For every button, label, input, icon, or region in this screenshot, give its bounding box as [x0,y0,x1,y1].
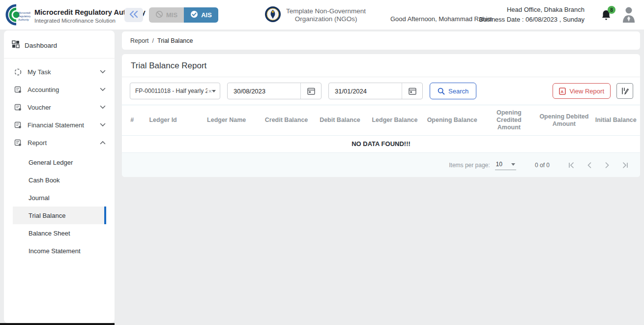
greeting-text: Good Afternoon, Mohammad Rahim [390,15,493,23]
column-header-debit-balance: Debit Balance [313,105,367,136]
first-page-button[interactable] [566,160,577,171]
pager-controls [566,160,630,171]
organization-name-line1: Template Non-Government [286,7,366,15]
to-date-value[interactable]: 31/01/2024 [329,83,402,99]
organization-name: Template Non-Government Organization (NG… [286,7,366,23]
chevron-right-icon [604,162,610,169]
sidebar-item-report[interactable]: Report [4,134,115,151]
caret-down-icon [212,90,216,92]
bell-icon [601,14,612,23]
column-header-credit-balance: Credit Balance [260,105,313,136]
sidebar-item-label: Accounting [28,86,59,93]
last-page-button[interactable] [619,160,630,171]
caret-down-icon [511,163,515,166]
breadcrumb-separator: / [152,37,154,44]
sidebar-item-general-ledger[interactable]: General Ledger [13,153,106,171]
business-date: Business Date : 06/08/2023 , Sunday [479,16,585,23]
sidebar-item-financial-statement[interactable]: Financial Statement [4,116,115,134]
search-button-label: Search [448,88,468,95]
user-avatar[interactable] [622,6,635,23]
dashed-circle-icon [14,68,22,76]
page-title: Trial Balance Report [131,61,631,71]
sidebar-item-trial-balance[interactable]: Trial Balance [13,207,106,224]
breadcrumb-parent[interactable]: Report [130,37,149,44]
from-date-field[interactable]: 30/08/2023 [227,83,322,99]
to-date-picker-button[interactable] [402,83,422,99]
document-icon [14,139,22,147]
sidebar-item-income-statement[interactable]: Income Statement [13,242,106,260]
items-per-page-select[interactable]: 10 [495,160,516,170]
organization-name-line2: Organization (NGOs) [286,15,366,23]
office-name: Head Office, Dhaka Branch [479,5,585,14]
to-date-field[interactable]: 31/01/2024 [328,83,423,99]
ais-label: AIS [201,11,212,19]
sidebar-item-voucher[interactable]: Voucher [4,98,115,116]
double-chevron-left-icon [128,10,139,20]
report-submenu: General Ledger Cash Book Journal Trial B… [4,153,115,260]
last-page-icon [621,162,629,169]
breadcrumb: Report / Trial Balance [122,31,640,50]
mis-ais-toggle: MIS AIS [149,7,218,23]
ais-toggle-button[interactable]: AIS [184,7,218,23]
filter-row: FP-00011018 - Half yearly 2023 × 30/08/2… [122,77,640,105]
trial-balance-table: # Ledger Id Ledger Name Credit Balance D… [122,105,640,152]
sidebar-item-dashboard[interactable]: Dashboard [4,30,115,52]
sidebar-item-label: My Task [28,68,51,76]
sidebar-item-label: Report [28,139,47,147]
notification-count-badge: 8 [608,6,615,14]
search-button[interactable]: Search [430,83,476,99]
sidebar-item-accounting[interactable]: Accounting [4,81,115,98]
column-header-ledger-name: Ledger Name [193,105,260,136]
column-header-ledger-id: Ledger Id [142,105,193,136]
trial-balance-report-card: Trial Balance Report FP-00011018 - Half … [122,54,640,177]
dashboard-label: Dashboard [25,42,57,49]
next-page-button[interactable] [602,160,613,171]
sidebar-item-balance-sheet[interactable]: Balance Sheet [13,224,106,242]
mis-toggle-button[interactable]: MIS [149,7,184,23]
calendar-icon [307,87,316,95]
sidebar-item-label: Financial Statement [28,121,84,129]
app-viewport: Microcredit Regulatory Authority Microcr… [0,0,644,325]
sidebar-item-cash-book[interactable]: Cash Book [13,171,106,189]
breadcrumb-current: Trial Balance [157,37,193,44]
chevron-down-icon [100,70,106,74]
check-circle-icon [190,10,198,20]
document-icon [14,121,22,129]
view-report-label: View Report [569,88,604,95]
first-page-icon [568,162,576,169]
previous-page-button[interactable] [584,160,595,171]
mis-label: MIS [166,11,177,19]
pagination-bar: Items per page: 10 0 of 0 [122,152,640,177]
chevron-up-icon [100,141,106,145]
fiscal-period-select[interactable]: FP-00011018 - Half yearly 2023 × [130,83,220,99]
clear-selection-icon[interactable]: × [208,88,212,95]
sidebar-item-my-task[interactable]: My Task [4,63,115,81]
chevron-down-icon [100,123,106,127]
organization-block: Template Non-Government Organization (NG… [264,6,366,25]
chevron-down-icon [100,88,106,91]
document-icon [14,86,22,93]
items-per-page-value: 10 [496,161,502,168]
pagination-range: 0 of 0 [535,162,550,169]
from-date-value[interactable]: 30/08/2023 [228,83,300,99]
svg-text:Authority: Authority [18,18,29,21]
top-bar: Microcredit Regulatory Authority Microcr… [0,0,644,30]
view-report-button[interactable]: A View Report [553,83,611,99]
notifications-button[interactable]: 8 [601,9,612,21]
dashboard-grid-icon [12,40,20,50]
edit-columns-button[interactable] [616,83,633,99]
calendar-icon [408,87,417,95]
person-icon [622,6,635,23]
sidebar-item-journal[interactable]: Journal [13,189,106,207]
chevron-left-icon [586,162,592,169]
window-edge-strip [0,323,115,325]
from-date-picker-button[interactable] [300,83,321,99]
document-icon [14,103,22,111]
column-header-opening-credited-amount: Opening Credited Amount [481,105,536,136]
sidebar-item-label: Voucher [28,104,51,111]
svg-text:Microcredit: Microcredit [18,11,30,14]
sidebar: Dashboard My Task [4,30,115,323]
sidebar-nav: My Task Accounting [4,63,115,260]
mra-logo-icon: Microcredit Regulatory Authority [5,3,30,28]
sidebar-collapse-button[interactable] [124,8,143,22]
